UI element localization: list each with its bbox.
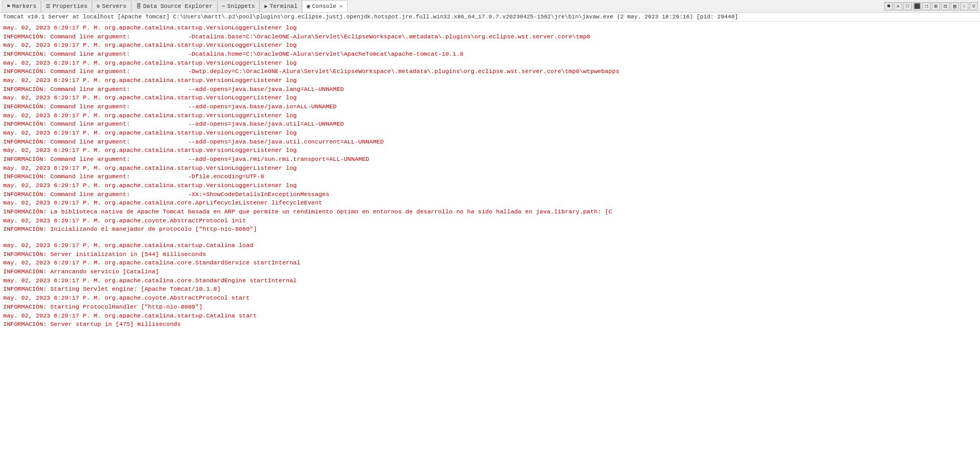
log-line: INFORMACIÓN: Command line argument: --ad… — [3, 103, 977, 111]
log-line: INFORMACIÓN: Command line argument: -Dfi… — [3, 172, 977, 181]
tab-console[interactable]: ▣Console✕ — [302, 1, 347, 12]
console-content[interactable]: may. 02, 2023 6:29:17 P. M. org.apache.c… — [0, 22, 980, 456]
log-line: INFORMACIÓN: Arrancando servicio [Catali… — [3, 268, 977, 276]
servers-tab-label: Servers — [102, 3, 126, 9]
toolbar-btn-1[interactable]: ✕ — [894, 2, 902, 11]
snippets-tab-label: Snippets — [227, 3, 255, 9]
tab-properties[interactable]: ☰Properties — [41, 1, 92, 12]
terminal-tab-label: Terminal — [269, 3, 297, 9]
log-line: INFORMACIÓN: Starting Servlet engine: [A… — [3, 285, 977, 294]
log-line: INFORMACIÓN: Command line argument: -XX:… — [3, 190, 977, 199]
log-line: may. 02, 2023 6:29:17 P. M. org.apache.c… — [3, 59, 977, 68]
toolbar-buttons: ■✕□⬛❐⊞⊟▤↓▽ — [884, 2, 978, 11]
datasource-tab-label: Data Source Explorer — [143, 3, 213, 9]
markers-tab-label: Markers — [12, 3, 36, 9]
console-tab-icon: ▣ — [307, 3, 310, 9]
log-line: may. 02, 2023 6:29:17 P. M. org.apache.c… — [3, 312, 977, 321]
log-line: INFORMACIÓN: Command line argument: --ad… — [3, 120, 977, 129]
log-line: may. 02, 2023 6:29:17 P. M. org.apache.c… — [3, 181, 977, 190]
toolbar-btn-5[interactable]: ⊞ — [932, 2, 940, 11]
log-line: INFORMACIÓN: Inicializando el manejador … — [3, 225, 977, 234]
toolbar-btn-7[interactable]: ▤ — [951, 2, 959, 11]
log-line: may. 02, 2023 6:29:17 P. M. org.apache.c… — [3, 76, 977, 85]
tab-servers[interactable]: ⚙Servers — [92, 1, 131, 12]
markers-tab-icon: ⚑ — [7, 3, 10, 9]
log-line: may. 02, 2023 6:29:17 P. M. org.apache.c… — [3, 111, 977, 120]
datasource-tab-icon: 🗄 — [136, 3, 141, 9]
log-line: INFORMACIÓN: Command line argument: --ad… — [3, 85, 977, 94]
properties-tab-label: Properties — [53, 3, 87, 9]
log-line: may. 02, 2023 6:29:17 P. M. org.apache.c… — [3, 241, 977, 250]
status-bar: Tomcat v10.1 Server at localhost [Apache… — [0, 13, 980, 22]
log-line: may. 02, 2023 6:29:17 P. M. org.apache.c… — [3, 217, 977, 226]
log-line: may. 02, 2023 6:29:17 P. M. org.apache.c… — [3, 146, 977, 155]
toolbar-btn-4[interactable]: ❐ — [922, 2, 931, 11]
toolbar-btn-9[interactable]: ▽ — [969, 2, 978, 11]
toolbar-btn-3[interactable]: ⬛ — [913, 2, 921, 11]
log-line: INFORMACIÓN: Command line argument: -Dwt… — [3, 67, 977, 76]
log-line: may. 02, 2023 6:29:17 P. M. org.apache.c… — [3, 24, 977, 33]
log-line: may. 02, 2023 6:29:17 P. M. org.apache.c… — [3, 94, 977, 103]
log-line: INFORMACIÓN: Starting ProtocolHandler ["… — [3, 303, 977, 312]
log-line: INFORMACIÓN: Command line argument: --ad… — [3, 138, 977, 147]
tab-markers[interactable]: ⚑Markers — [2, 1, 41, 12]
tab-datasource[interactable]: 🗄Data Source Explorer — [131, 1, 217, 12]
log-line: may. 02, 2023 6:29:17 P. M. org.apache.c… — [3, 294, 977, 303]
log-line: may. 02, 2023 6:29:17 P. M. org.apache.c… — [3, 276, 977, 285]
log-line: INFORMACIÓN: Command line argument: --ad… — [3, 155, 977, 164]
toolbar-btn-8[interactable]: ↓ — [960, 2, 968, 11]
terminal-tab-icon: ▶ — [264, 3, 267, 9]
toolbar-btn-0[interactable]: ■ — [884, 2, 893, 11]
log-line: INFORMACIÓN: Command line argument: -Dca… — [3, 33, 977, 42]
tab-bar: ⚑Markers☰Properties⚙Servers🗄Data Source … — [0, 0, 980, 13]
log-line: may. 02, 2023 6:29:17 P. M. org.apache.c… — [3, 129, 977, 138]
toolbar-btn-6[interactable]: ⊟ — [941, 2, 950, 11]
tab-snippets[interactable]: ✂Snippets — [217, 1, 260, 12]
log-line: INFORMACIÓN: Server startup in [475] mil… — [3, 320, 977, 329]
log-line: INFORMACIÓN: La biblioteca nativa de Apa… — [3, 208, 977, 217]
log-line: may. 02, 2023 6:29:17 P. M. org.apache.c… — [3, 259, 977, 268]
toolbar-btn-2[interactable]: □ — [903, 2, 912, 11]
log-line: INFORMACIÓN: Server initialization in [5… — [3, 250, 977, 259]
tab-list: ⚑Markers☰Properties⚙Servers🗄Data Source … — [2, 1, 348, 12]
console-close-icon[interactable]: ✕ — [339, 3, 342, 9]
servers-tab-icon: ⚙ — [97, 3, 100, 9]
console-tab-label: Console — [312, 3, 336, 9]
log-line: may. 02, 2023 6:29:17 P. M. org.apache.c… — [3, 199, 977, 208]
properties-tab-icon: ☰ — [46, 3, 50, 9]
log-line — [3, 234, 977, 241]
log-line: may. 02, 2023 6:29:17 P. M. org.apache.c… — [3, 41, 977, 50]
log-line: INFORMACIÓN: Command line argument: -Dca… — [3, 50, 977, 59]
tab-terminal[interactable]: ▶Terminal — [259, 1, 302, 12]
log-line: may. 02, 2023 6:29:17 P. M. org.apache.c… — [3, 164, 977, 173]
snippets-tab-icon: ✂ — [222, 3, 225, 9]
